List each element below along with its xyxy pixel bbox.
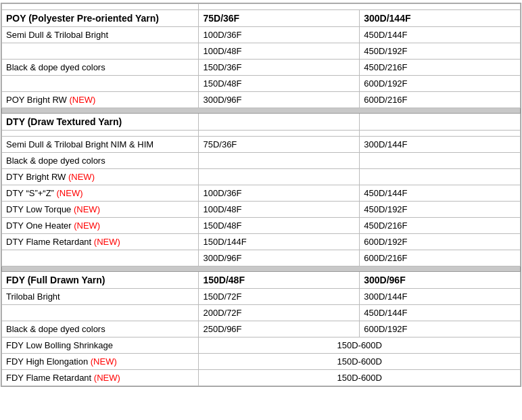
cell-spec1: 300D/96F (199, 250, 360, 266)
table-row: 300D/96F600D/216F (2, 250, 521, 266)
cell-spec2: 600D/216F (360, 250, 521, 266)
cell-spec-merged: 150D-600D (199, 337, 521, 354)
cell-spec1 (199, 153, 360, 169)
cell-product (2, 43, 199, 60)
cell-spec2: 300D/144F (360, 289, 521, 305)
table-row: FDY Flame Retardant (NEW)150D-600D (2, 370, 521, 386)
cell-empty (199, 131, 360, 137)
cell-spec1: 200D/72F (199, 305, 360, 321)
table-row: Semi Dull & Trilobal Bright NIM & HIM75D… (2, 137, 521, 153)
new-badge: (NEW) (69, 95, 95, 105)
poy-spec2-header: 300D/144F (360, 10, 521, 27)
cell-product: FDY High Elongation (NEW) (2, 354, 199, 370)
cell-product (2, 250, 199, 266)
table-row: DTY “S”+“Z” (NEW)100D/36F450D/144F (2, 185, 521, 202)
cell-product: DTY Bright RW (NEW) (2, 169, 199, 185)
cell-spec2: 600D/216F (360, 92, 521, 108)
table-row: DTY Flame Retardant (NEW)150D/144F600D/1… (2, 234, 521, 250)
cell-spec1: 150D/48F (199, 76, 360, 92)
cell-spec2: 450D/216F (360, 60, 521, 76)
table-row: DTY Bright RW (NEW) (2, 169, 521, 185)
separator (2, 266, 521, 272)
product-table-wrapper: POY (Polyester Pre-oriented Yarn)75D/36F… (1, 3, 521, 387)
cell-spec2: 600D/192F (360, 234, 521, 250)
cell-spec1: 150D/36F (199, 60, 360, 76)
cell-spec2: 450D/216F (360, 218, 521, 234)
cell-product: FDY Flame Retardant (NEW) (2, 370, 199, 386)
cell-spec2 (360, 169, 521, 185)
cell-product: Black & dope dyed colors (2, 321, 199, 337)
cell-spec2: 300D/144F (360, 137, 521, 153)
table-row: Black & dope dyed colors150D/36F450D/216… (2, 60, 521, 76)
cell-spec1: 150D/48F (199, 218, 360, 234)
cell-spec1: 150D/144F (199, 234, 360, 250)
dty-title: DTY (Draw Textured Yarn) (2, 114, 199, 131)
cell-spec2: 450D/144F (360, 185, 521, 202)
fdy-spec1-header: 150D/48F (199, 272, 360, 289)
new-badge: (NEW) (94, 373, 120, 383)
cell-spec1: 75D/36F (199, 137, 360, 153)
table-row: 100D/48F450D/192F (2, 43, 521, 60)
header-product (2, 4, 199, 10)
cell-product: DTY “S”+“Z” (NEW) (2, 185, 199, 202)
cell-product: Semi Dull & Trilobal Bright NIM & HIM (2, 137, 199, 153)
cell-product: Black & dope dyed colors (2, 153, 199, 169)
cell-spec2: 450D/192F (360, 202, 521, 218)
cell-spec1: 100D/36F (199, 185, 360, 202)
cell-spec2: 600D/192F (360, 76, 521, 92)
cell-product: DTY Flame Retardant (NEW) (2, 234, 199, 250)
fdy-spec2-header: 300D/96F (360, 272, 521, 289)
table-row (2, 131, 521, 137)
cell-spec1: 100D/48F (199, 202, 360, 218)
cell-spec1: 150D/72F (199, 289, 360, 305)
table-row: POY Bright RW (NEW)300D/96F600D/216F (2, 92, 521, 108)
cell-spec-merged: 150D-600D (199, 354, 521, 370)
table-row: FDY High Elongation (NEW)150D-600D (2, 354, 521, 370)
table-row: Black & dope dyed colors250D/96F600D/192… (2, 321, 521, 337)
new-badge: (NEW) (57, 188, 83, 198)
product-table: POY (Polyester Pre-oriented Yarn)75D/36F… (1, 3, 521, 386)
dty-spec2-header (360, 114, 521, 131)
cell-spec1: 100D/48F (199, 43, 360, 60)
cell-empty (360, 131, 521, 137)
cell-product: DTY Low Torque (NEW) (2, 202, 199, 218)
cell-spec1: 300D/96F (199, 92, 360, 108)
cell-spec2: 450D/192F (360, 43, 521, 60)
cell-spec-merged: 150D-600D (199, 370, 521, 386)
fdy-title: FDY (Full Drawn Yarn) (2, 272, 199, 289)
dty-spec1-header (199, 114, 360, 131)
table-row: Black & dope dyed colors (2, 153, 521, 169)
table-row: FDY Low Bolling Shrinkage150D-600D (2, 337, 521, 354)
cell-spec1 (199, 169, 360, 185)
table-row: DTY One Heater (NEW)150D/48F450D/216F (2, 218, 521, 234)
cell-empty (2, 131, 199, 137)
table-row: 200D/72F450D/144F (2, 305, 521, 321)
new-badge: (NEW) (94, 237, 120, 247)
cell-spec1: 250D/96F (199, 321, 360, 337)
poy-title: POY (Polyester Pre-oriented Yarn) (2, 10, 199, 27)
poy-spec1-header: 75D/36F (199, 10, 360, 27)
cell-product (2, 305, 199, 321)
new-badge: (NEW) (74, 204, 100, 214)
cell-spec1: 100D/36F (199, 27, 360, 43)
new-badge: (NEW) (68, 172, 95, 182)
cell-product: POY Bright RW (NEW) (2, 92, 199, 108)
cell-product: Semi Dull & Trilobal Bright (2, 27, 199, 43)
table-row: 150D/48F600D/192F (2, 76, 521, 92)
cell-spec2 (360, 153, 521, 169)
table-row: DTY Low Torque (NEW)100D/48F450D/192F (2, 202, 521, 218)
cell-product (2, 76, 199, 92)
new-badge: (NEW) (91, 356, 117, 367)
table-row: Trilobal Bright150D/72F300D/144F (2, 289, 521, 305)
cell-product: DTY One Heater (NEW) (2, 218, 199, 234)
cell-spec2: 600D/192F (360, 321, 521, 337)
cell-spec2: 450D/144F (360, 305, 521, 321)
cell-product: Black & dope dyed colors (2, 60, 199, 76)
header-spec (199, 4, 521, 10)
cell-product: Trilobal Bright (2, 289, 199, 305)
cell-product: FDY Low Bolling Shrinkage (2, 337, 199, 354)
table-row: Semi Dull & Trilobal Bright100D/36F450D/… (2, 27, 521, 43)
cell-spec2: 450D/144F (360, 27, 521, 43)
new-badge: (NEW) (74, 220, 100, 231)
separator (2, 108, 521, 114)
